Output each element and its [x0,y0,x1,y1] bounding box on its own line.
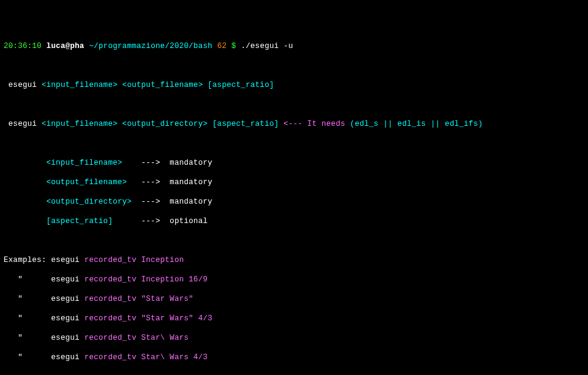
example-row: " esegui recorded_tv Inception 16/9 [4,275,584,284]
command: ./esegui -u [241,42,293,50]
prompt-line[interactable]: 20:36:10 luca@pha ~/programmazione/2020/… [4,41,584,51]
history-number: 62 [217,42,227,50]
example-row: " esegui recorded_tv Star\ Wars [4,333,584,343]
prompt-dollar: $ [232,42,237,50]
arg-row: <input_filename> ---> mandatory [4,158,584,168]
cwd: ~/programmazione/2020/bash [89,42,212,50]
example-row: " esegui recorded_tv Star\ Wars 4/3 [4,353,584,362]
arg-row: [aspect_ratio] ---> optional [4,216,584,226]
examples-header: Examples: esegui recorded_tv Inception [4,255,584,265]
example-row: " esegui recorded_tv "Star Wars" [4,294,584,304]
arg-row: <output_directory> ---> mandatory [4,197,584,207]
usage-line-2: esegui <input_filename> <output_director… [4,119,584,129]
example-row: " esegui recorded_tv "Star Wars" 4/3 [4,314,584,323]
userhost: luca@pha [46,42,84,50]
usage-line-1: esegui <input_filename> <output_filename… [4,80,584,90]
time: 20:36:10 [4,42,41,50]
arg-row: <output_filename> ---> mandatory [4,177,584,187]
